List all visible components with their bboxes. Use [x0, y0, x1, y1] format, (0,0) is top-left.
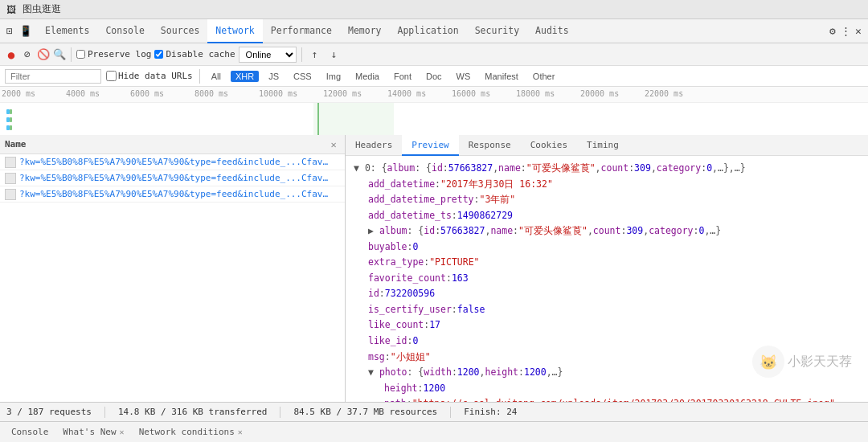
more-icon[interactable]: ⋮ — [839, 25, 852, 38]
tick-3: 8000 ms — [194, 89, 228, 98]
json-row-like-count[interactable]: like_count : 17 — [352, 317, 862, 334]
bottom-tab-console[interactable]: Console — [5, 423, 55, 442]
search-button[interactable]: 🔍 — [53, 48, 66, 61]
filter-all[interactable]: All — [207, 71, 226, 82]
bottom-tab-whats-new-close[interactable]: ✕ — [120, 428, 125, 436]
throttle-select[interactable]: Online Offline Slow 3G Fast 3G — [239, 47, 297, 63]
json-row-0[interactable]: ▼ 0: { album : { id : 57663827 , name : … — [352, 161, 862, 177]
preserve-log-checkbox[interactable]: Preserve log — [76, 49, 151, 59]
request-icon-1 — [5, 173, 16, 184]
hide-data-urls-input[interactable] — [106, 71, 117, 81]
filter-doc[interactable]: Doc — [421, 71, 447, 82]
json-row-certify[interactable]: is_certify_user : false — [352, 302, 862, 318]
json-row-favorite[interactable]: favorite_count : 163 — [352, 271, 862, 287]
json-key-photo-path: path — [384, 396, 407, 402]
filter-manifest[interactable]: Manifest — [480, 71, 523, 82]
bottom-tab-whats-new[interactable]: What's New ✕ — [56, 423, 130, 442]
sep3 — [199, 69, 200, 84]
expand-album[interactable]: ▶ — [368, 223, 374, 239]
sep1 — [71, 47, 72, 62]
tick-7: 16000 ms — [452, 89, 490, 98]
requests-panel: Name ✕ ?kw=%E5%B0%8F%E5%A7%90%E5%A7%90&t… — [0, 135, 346, 402]
close-devtools-icon[interactable]: ✕ — [852, 25, 865, 38]
tick-10: 22000 ms — [645, 89, 683, 98]
filter-other[interactable]: Other — [528, 71, 560, 82]
bottom-tab-bar: Console What's New ✕ Network conditions … — [0, 421, 868, 442]
preserve-log-input[interactable] — [76, 50, 85, 59]
mobile-icon[interactable]: 📱 — [19, 25, 32, 38]
json-val-cat-0: 0 — [706, 161, 712, 177]
inspect-icon[interactable]: ⊡ — [3, 25, 16, 38]
clear-button[interactable]: 🚫 — [37, 48, 50, 61]
close-requests-panel[interactable]: ✕ — [327, 138, 340, 151]
json-row-datetime[interactable]: add_datetime : "2017年3月30日 16:32" — [352, 177, 862, 193]
page-title: 图虫逛逛 — [23, 2, 61, 16]
filter-ws[interactable]: WS — [452, 71, 476, 82]
sep-bb1 — [104, 407, 105, 418]
disable-cache-input[interactable] — [154, 50, 163, 59]
json-row-photo-path[interactable]: path : "https://c-ssl.duitang.com/upload… — [352, 396, 862, 402]
tick-2: 6000 ms — [130, 89, 164, 98]
json-row-id[interactable]: id : 732200596 — [352, 286, 862, 302]
detail-tab-response[interactable]: Response — [459, 135, 521, 156]
json-row-datetime-pretty[interactable]: add_datetime_pretty : "3年前" — [352, 192, 862, 208]
request-item-1[interactable]: ?kw=%E5%B0%8F%E5%A7%90%E5%A7%90&type=fee… — [0, 170, 345, 186]
tab-network[interactable]: Network — [207, 19, 262, 43]
filter-input[interactable] — [5, 69, 101, 84]
stop-button[interactable]: ⊘ — [21, 48, 34, 61]
json-key-id-0: id — [432, 161, 443, 177]
tab-application[interactable]: Application — [390, 19, 467, 43]
json-row-extra-type[interactable]: extra_type : "PICTURE" — [352, 255, 862, 271]
detail-tab-cookies[interactable]: Cookies — [521, 135, 577, 156]
status-bar: 3 / 187 requests 14.8 KB / 316 KB transf… — [0, 402, 868, 421]
watermark: 🐱 小影天天荐 — [752, 346, 852, 378]
disable-cache-checkbox[interactable]: Disable cache — [154, 49, 235, 59]
detail-tab-bar: Headers Preview Response Cookies Timing — [346, 135, 868, 156]
json-val-buyable: 0 — [412, 239, 418, 256]
record-button[interactable]: ● — [5, 48, 18, 61]
detail-tab-preview[interactable]: Preview — [402, 135, 458, 156]
tab-elements[interactable]: Elements — [37, 19, 97, 43]
bottom-tab-network-conditions-close[interactable]: ✕ — [238, 428, 243, 436]
json-key-favorite: favorite_count — [368, 271, 446, 287]
json-row-datetime-ts[interactable]: add_datetime_ts : 1490862729 — [352, 208, 862, 224]
timeline-marker — [317, 103, 319, 135]
json-row-buyable[interactable]: buyable : 0 — [352, 239, 862, 256]
expand-photo[interactable]: ▼ — [368, 365, 374, 381]
filter-media[interactable]: Media — [350, 71, 384, 82]
filter-font[interactable]: Font — [389, 71, 416, 82]
request-item-0[interactable]: ?kw=%E5%B0%8F%E5%A7%90%E5%A7%90&type=fee… — [0, 154, 345, 170]
tick-1: 4000 ms — [66, 89, 100, 98]
tick-4: 10000 ms — [259, 89, 297, 98]
timeline: 2000 ms 4000 ms 6000 ms 8000 ms 10000 ms… — [0, 87, 868, 135]
request-item-2[interactable]: ?kw=%E5%B0%8F%E5%A7%90%E5%A7%90&type=fee… — [0, 186, 345, 203]
hide-data-urls-checkbox[interactable]: Hide data URLs — [106, 71, 193, 81]
tab-memory[interactable]: Memory — [340, 19, 390, 43]
detail-panel: Headers Preview Response Cookies Timing … — [346, 135, 868, 402]
filter-css[interactable]: CSS — [289, 71, 317, 82]
import-button[interactable]: ↑ — [307, 47, 323, 63]
filter-img[interactable]: Img — [321, 71, 346, 82]
json-row-photo-height[interactable]: height : 1200 — [352, 381, 862, 397]
detail-tab-timing[interactable]: Timing — [577, 135, 628, 156]
json-key-datetime-pretty: add_datetime_pretty — [368, 192, 474, 208]
tab-console[interactable]: Console — [97, 19, 152, 43]
json-val-like-id: 0 — [412, 334, 418, 350]
json-row-album[interactable]: ▶ album : { id : 57663827 , name : "可爱头像… — [352, 223, 862, 239]
filter-js[interactable]: JS — [264, 71, 284, 82]
request-icon-0 — [5, 157, 16, 168]
tab-security[interactable]: Security — [467, 19, 527, 43]
bottom-tab-network-conditions-label: Network conditions — [139, 427, 235, 437]
tab-sources[interactable]: Sources — [153, 19, 207, 43]
page-icon: 🖼 — [6, 4, 16, 15]
export-button[interactable]: ↓ — [326, 47, 342, 63]
filter-xhr[interactable]: XHR — [231, 71, 259, 82]
expand-0[interactable]: ▼ — [354, 161, 359, 177]
detail-tab-headers[interactable]: Headers — [346, 135, 402, 156]
tab-audits[interactable]: Audits — [527, 19, 577, 43]
settings-icon[interactable]: ⚙ — [826, 25, 839, 38]
requests-list[interactable]: ?kw=%E5%B0%8F%E5%A7%90%E5%A7%90&type=fee… — [0, 154, 345, 402]
tab-performance[interactable]: Performance — [263, 19, 340, 43]
bottom-tab-network-conditions[interactable]: Network conditions ✕ — [133, 423, 249, 442]
json-index-0: 0: { — [365, 161, 387, 177]
